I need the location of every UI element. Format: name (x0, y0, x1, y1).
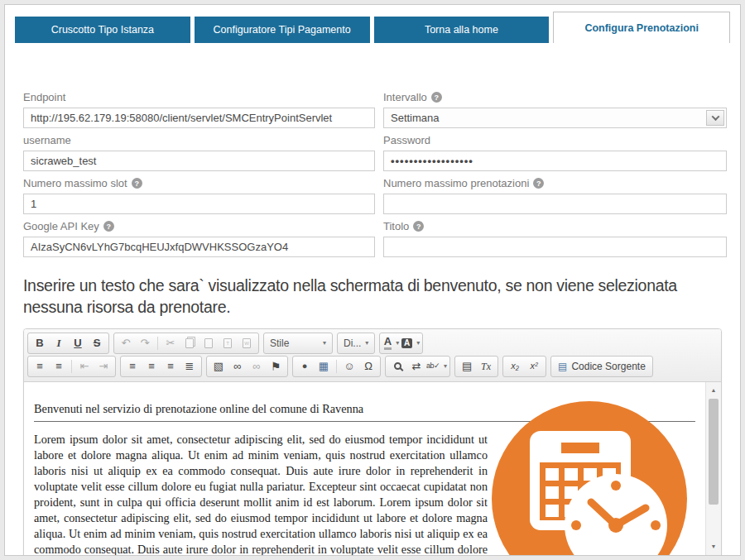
align-right-icon: ≡ (167, 361, 174, 371)
toolbar-group: ≡≡≡≣ (120, 356, 202, 377)
max-slot-input[interactable]: 1 (23, 194, 375, 214)
remove-format-button[interactable]: Tx (477, 358, 495, 375)
endpoint-input[interactable]: http://195.62.179.19:58080/client/servle… (23, 108, 375, 128)
max-prenotazioni-input[interactable] (383, 194, 727, 214)
editor-status-bar: body ◢ (24, 555, 721, 556)
tab-torna-alla-home[interactable]: Torna alla home (374, 17, 550, 43)
help-icon[interactable]: ? (103, 221, 114, 232)
scrollbar-thumb[interactable] (709, 399, 719, 505)
strikethrough-button[interactable]: S (88, 335, 106, 352)
paste-word-button[interactable]: W (238, 335, 256, 352)
iframe-icon: ● (302, 361, 308, 371)
find-icon (394, 362, 401, 370)
paste-text-icon: T (223, 338, 232, 348)
justify-button[interactable]: ≣ (180, 358, 199, 375)
align-right-button[interactable]: ≡ (161, 358, 180, 375)
remove-format-icon: Tx (481, 361, 491, 371)
link-button[interactable]: ∞ (228, 358, 247, 375)
size-dropdown-label: Di... (344, 337, 361, 349)
image-icon: ▧ (214, 361, 223, 371)
undo-button[interactable]: ↶ (117, 335, 135, 352)
italic-button[interactable]: I (50, 335, 68, 352)
style-dropdown[interactable]: Stile▾ (263, 333, 333, 354)
special-char-button[interactable]: Ω (359, 358, 377, 375)
scroll-down-icon[interactable]: ▼ (706, 540, 721, 553)
paste-text-button[interactable]: T (219, 335, 237, 352)
endpoint-field-cell: Endpoint http://195.62.179.19:58080/clie… (23, 91, 375, 128)
help-icon[interactable]: ? (431, 92, 442, 103)
help-icon[interactable]: ? (533, 178, 544, 189)
find-button[interactable] (388, 358, 406, 375)
anchor-button[interactable]: ⚑ (267, 358, 285, 375)
window-frame: Cruscotto Tipo IstanzaConfiguratore Tipi… (0, 0, 745, 560)
numbered-list-button[interactable]: ≡ (31, 358, 49, 375)
bold-button[interactable]: B (31, 335, 49, 352)
toolbar-group: A▾A▾ (379, 333, 423, 354)
numbered-list-icon: ≡ (36, 361, 43, 371)
align-left-button[interactable]: ≡ (123, 358, 142, 375)
align-center-button[interactable]: ≡ (142, 358, 161, 375)
tab-cruscotto-tipo-istanza[interactable]: Cruscotto Tipo Istanza (15, 17, 190, 43)
google-api-key-field-cell: Google API Key ? AIzaSyCN6vLYhG7bcqHEUJx… (23, 220, 375, 257)
iframe-button[interactable]: ● (296, 358, 314, 375)
smiley-button[interactable]: ☺ (340, 358, 358, 375)
toolbar-group: ⇄ab✓▾ (385, 356, 450, 377)
caret-icon: ▾ (365, 339, 368, 347)
table-icon: ▦ (319, 361, 329, 371)
spellcheck-button[interactable]: ab✓▾ (426, 358, 447, 375)
unlink-button[interactable]: ∞ (248, 358, 266, 375)
paste-button[interactable] (199, 335, 218, 352)
password-label-text: Password (383, 134, 430, 146)
undo-icon: ↶ (122, 337, 131, 348)
password-label: Password (383, 134, 727, 146)
superscript-button[interactable]: x² (525, 358, 543, 375)
strikethrough-icon: S (94, 337, 101, 348)
redo-button[interactable]: ↷ (136, 335, 154, 352)
bullet-list-button[interactable]: ≡ (50, 358, 68, 375)
max-slot-field-cell: Numero massimo slot ? 1 (23, 177, 375, 214)
password-input[interactable]: •••••••••••••••••• (383, 151, 727, 171)
subscript-button[interactable]: x₂ (506, 358, 524, 375)
endpoint-label-text: Endpoint (23, 91, 65, 103)
underline-button[interactable]: U (69, 335, 87, 352)
max-slot-label: Numero massimo slot ? (23, 177, 375, 189)
indent-button[interactable]: ⇥ (94, 358, 113, 375)
username-input[interactable]: sicraweb_test (23, 151, 375, 171)
special-char-icon: Ω (364, 361, 372, 371)
select-all-icon: ▤ (462, 361, 472, 371)
select-all-button[interactable]: ▤ (458, 358, 476, 375)
tab-configura-prenotazioni[interactable]: Configura Prenotazioni (553, 12, 730, 43)
text-color-icon: A (384, 336, 392, 350)
help-icon[interactable]: ? (413, 221, 424, 232)
source-icon: ▤ (558, 361, 567, 371)
cut-button[interactable]: ✂ (161, 335, 180, 352)
source-button[interactable]: ▤Codice Sorgente (550, 356, 653, 377)
replace-button[interactable]: ⇄ (407, 358, 425, 375)
select-arrow-button[interactable] (706, 110, 724, 126)
size-dropdown[interactable]: Di...▾ (337, 333, 375, 354)
replace-icon: ⇄ (412, 361, 421, 371)
spellcheck-icon: ab✓ (426, 362, 440, 370)
titolo-label-text: Titolo (383, 220, 409, 232)
tab-configuratore-tipi-pagamento[interactable]: Configuratore Tipi Pagamento (195, 17, 370, 43)
cut-icon: ✂ (166, 337, 175, 348)
editor-scrollbar[interactable]: ▲ ▼ (705, 382, 721, 555)
background-color-button[interactable]: A▾ (401, 335, 420, 352)
text-color-button[interactable]: A▾ (382, 335, 401, 352)
scroll-up-icon[interactable]: ▲ (706, 384, 721, 397)
google-api-key-input[interactable]: AIzaSyCN6vLYhG7bcqHEUJxfqDWVHKSSOGzaYO4 (23, 237, 375, 257)
help-icon[interactable]: ? (132, 178, 142, 189)
intervallo-select[interactable]: Settimana (383, 108, 727, 128)
toolbar-row-2: ≡≡⇤⇥≡≡≡≣▧∞∞⚑●▦☺Ω⇄ab✓▾▤Txx₂x²▤Codice Sorg… (27, 355, 718, 378)
endpoint-label: Endpoint (23, 91, 375, 103)
username-field-cell: username sicraweb_test (23, 134, 375, 171)
toolbar-group: ↶↷✂TW (113, 333, 259, 354)
image-button[interactable]: ▧ (209, 358, 228, 375)
editor-content-area[interactable]: Benvenuti nel servizio di prenotazione o… (24, 382, 721, 555)
toolbar-separator (71, 360, 72, 373)
titolo-input[interactable] (383, 237, 727, 257)
style-dropdown-label: Stile (270, 337, 289, 349)
copy-button[interactable] (180, 335, 199, 352)
outdent-button[interactable]: ⇤ (75, 358, 94, 375)
table-button[interactable]: ▦ (315, 358, 333, 375)
